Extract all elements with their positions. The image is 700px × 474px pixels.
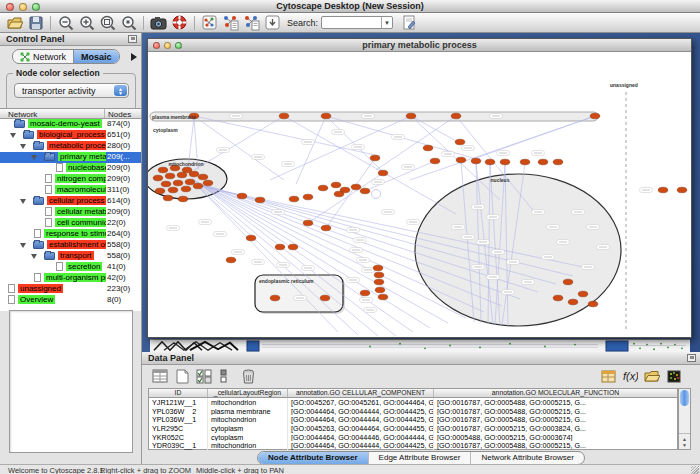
- node-color-dropdown[interactable]: transporter activity ▲▼: [14, 83, 129, 98]
- graph-node[interactable]: [279, 113, 289, 119]
- graph-node[interactable]: [590, 113, 600, 119]
- scrollbar-arrows[interactable]: ▲▼: [679, 433, 690, 449]
- graph-node[interactable]: [374, 279, 384, 285]
- table-cell[interactable]: YJR121W__1: [149, 398, 208, 407]
- graph-edge[interactable]: [365, 161, 435, 191]
- graph-node[interactable]: [378, 294, 388, 300]
- tree-row[interactable]: Overview8(0): [0, 295, 141, 306]
- graph-node[interactable]: [321, 113, 331, 119]
- graph-node[interactable]: [237, 193, 247, 199]
- graph-node[interactable]: [658, 187, 668, 193]
- attribute-table[interactable]: ID_cellularLayoutRegionannotation.GO CEL…: [148, 388, 678, 450]
- graph-node[interactable]: [303, 194, 313, 200]
- tree-row[interactable]: metabolic process280(0): [0, 141, 141, 152]
- tab-mosaic[interactable]: Mosaic: [73, 50, 119, 63]
- table-cell[interactable]: [GO:0016787, GO:0005488, GO:0005215, G..…: [434, 407, 677, 416]
- graph-edge[interactable]: [296, 116, 326, 184]
- graph-node[interactable]: [563, 279, 573, 285]
- graph-node[interactable]: [373, 265, 383, 271]
- network-view-window[interactable]: primary metabolic process plasma membran…: [147, 38, 692, 338]
- help-button[interactable]: [170, 14, 189, 32]
- table-cell[interactable]: YDR039C__1: [149, 441, 208, 450]
- tab-edge-attribute-browser[interactable]: Edge Attribute Browser: [368, 452, 471, 464]
- expander-icon[interactable]: [20, 243, 26, 248]
- graph-node[interactable]: [193, 183, 203, 189]
- expander-icon[interactable]: [20, 199, 26, 204]
- graph-node[interactable]: [161, 181, 171, 187]
- graph-node[interactable]: [378, 170, 388, 176]
- float-panel-icon[interactable]: [687, 354, 696, 362]
- vizmapper-button[interactable]: [263, 14, 282, 32]
- tree-row[interactable]: establishment of lo558(0): [0, 240, 141, 251]
- graph-node[interactable]: [500, 159, 510, 165]
- graph-node[interactable]: [165, 173, 175, 179]
- graph-node[interactable]: [360, 290, 370, 296]
- graph-node[interactable]: [406, 113, 416, 119]
- graph-node[interactable]: [553, 295, 563, 301]
- tree-row[interactable]: cellular process614(0): [0, 196, 141, 207]
- graph-node[interactable]: [360, 188, 370, 194]
- graph-node[interactable]: [158, 167, 168, 173]
- import-table-button[interactable]: [598, 367, 618, 385]
- birdseye-view-panel[interactable]: [9, 310, 133, 453]
- tree-row[interactable]: secretion41(0): [0, 262, 141, 273]
- tree-row[interactable]: nitrogen compo209(0): [0, 174, 141, 185]
- graph-node[interactable]: [173, 180, 183, 186]
- graph-node[interactable]: [677, 187, 687, 193]
- expander-icon[interactable]: [31, 155, 37, 160]
- table-cell[interactable]: mitochondrion: [208, 398, 288, 407]
- attribute-select-button[interactable]: [150, 367, 170, 385]
- table-cell[interactable]: [GO:0044464, GO:0044446, GO:0044444, G..…: [288, 433, 434, 442]
- tree-row[interactable]: cellular metabo209(0): [0, 207, 141, 218]
- open-attributes-button[interactable]: [642, 367, 662, 385]
- tree-row[interactable]: multi-organism pro42(0): [0, 273, 141, 284]
- table-cell[interactable]: [GO:0045263, GO:0044464, GO:0044455, G..…: [288, 424, 434, 433]
- graph-node[interactable]: [485, 159, 495, 165]
- tree-row[interactable]: nucleobase-209(0): [0, 163, 141, 174]
- graph-node[interactable]: [321, 225, 331, 231]
- table-cell[interactable]: YPL036W__1: [149, 415, 208, 424]
- table-row[interactable]: YPL036W__1mitochondrion[GO:0044464, GO:0…: [149, 415, 677, 424]
- graph-node[interactable]: [181, 186, 191, 192]
- search-dropdown-arrow[interactable]: ▼: [381, 17, 392, 28]
- graph-node[interactable]: [370, 155, 380, 161]
- graph-node[interactable]: [578, 291, 588, 297]
- tree-row[interactable]: mosaic-demo-yeast874(0): [0, 119, 141, 130]
- table-row[interactable]: YKR052Ccytoplasm[GO:0044464, GO:0044446,…: [149, 433, 677, 442]
- graph-node[interactable]: [203, 180, 213, 186]
- import-attributes-button[interactable]: [242, 14, 261, 32]
- table-cell[interactable]: [GO:0016787, GO:0005488, GO:0005215, G..…: [434, 415, 677, 424]
- table-column-header[interactable]: annotation.GO MOLECULAR_FUNCTION: [434, 389, 677, 397]
- tree-row[interactable]: transport558(0): [0, 251, 141, 262]
- table-cell[interactable]: [GO:0045267, GO:0045261, GO:0044464, G..…: [288, 398, 434, 407]
- graph-node[interactable]: [374, 272, 384, 278]
- tree-row[interactable]: cell communicat22(0): [0, 218, 141, 229]
- tab-node-attribute-browser[interactable]: Node Attribute Browser: [258, 452, 368, 464]
- graph-node[interactable]: [163, 195, 173, 201]
- table-cell[interactable]: cytoplasm: [208, 424, 288, 433]
- table-cell[interactable]: [GO:0044464, GO:0044444, GO:0044425, G..…: [288, 415, 434, 424]
- graph-node[interactable]: [351, 184, 361, 190]
- tree-column-divider[interactable]: [104, 109, 105, 118]
- import-network-button[interactable]: [221, 14, 240, 32]
- table-cell[interactable]: mitochondrion: [208, 415, 288, 424]
- table-scrollbar[interactable]: ▲▼: [678, 388, 691, 450]
- graph-node[interactable]: [375, 287, 385, 293]
- tab-network-attribute-browser[interactable]: Network Attribute Browser: [470, 452, 583, 464]
- graph-edge[interactable]: [194, 116, 284, 170]
- search-input[interactable]: ▼: [321, 16, 393, 29]
- graph-node[interactable]: [153, 175, 163, 181]
- graph-node[interactable]: [320, 295, 330, 301]
- graph-node[interactable]: [553, 159, 563, 165]
- table-row[interactable]: YLR295Ccytoplasm[GO:0045263, GO:0044464,…: [149, 424, 677, 433]
- graph-node[interactable]: [455, 139, 465, 145]
- tree-header[interactable]: Network Nodes: [0, 108, 141, 119]
- graph-node[interactable]: [288, 244, 298, 250]
- graph-node[interactable]: [246, 235, 256, 241]
- new-attribute-button[interactable]: [172, 367, 192, 385]
- snapshot-button[interactable]: [149, 14, 168, 32]
- table-cell[interactable]: plasma membrane: [208, 407, 288, 416]
- graph-edge[interactable]: [376, 116, 456, 170]
- graph-node[interactable]: [168, 187, 178, 193]
- table-row[interactable]: YPL036W__2plasma membrane[GO:0044464, GO…: [149, 407, 677, 416]
